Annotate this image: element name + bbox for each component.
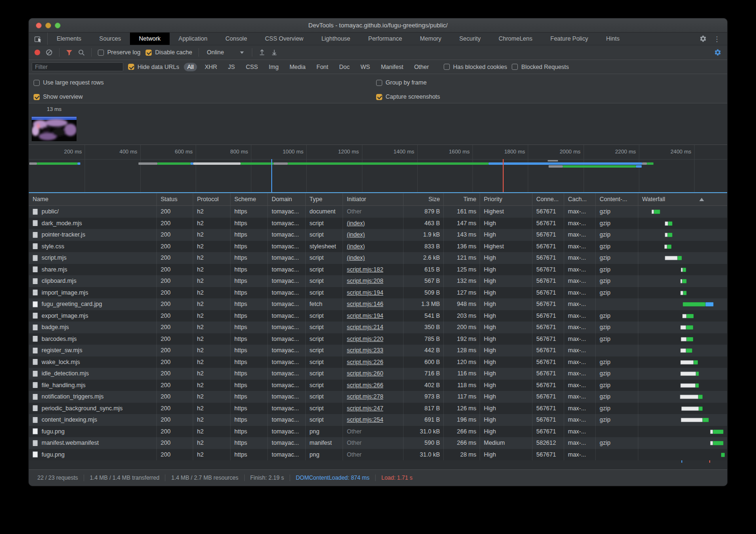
request-row-badge-mjs-10[interactable]: badge.mjs200h2httpstomayac...scriptscrip…: [29, 322, 727, 333]
blocked-requests-checkbox-box[interactable]: [512, 64, 518, 70]
request-row-file-handling-mjs-15[interactable]: file_handling.mjs200h2httpstomayac...scr…: [29, 380, 727, 391]
filter-type-all[interactable]: All: [184, 63, 197, 71]
show-overview-checkbox[interactable]: Show overview: [34, 93, 83, 100]
tab-css-overview[interactable]: CSS Overview: [256, 33, 312, 45]
group-by-frame-box[interactable]: [376, 80, 382, 86]
initiator-link[interactable]: script.mjs:233: [347, 347, 383, 354]
column-header-time[interactable]: Time: [444, 193, 480, 205]
request-row-fugu-png-21[interactable]: fugu.png200h2httpstomayac...pngOther31.0…: [29, 449, 727, 461]
capture-screenshots-checkbox[interactable]: Capture screenshots: [376, 93, 440, 100]
filter-funnel-icon[interactable]: [66, 49, 73, 56]
column-header-waterfall[interactable]: Waterfall: [638, 193, 727, 205]
search-icon[interactable]: [78, 49, 85, 56]
tab-application[interactable]: Application: [170, 33, 216, 45]
hide-data-urls-checkbox-box[interactable]: [128, 64, 134, 70]
request-row-style-css-3[interactable]: style.css200h2httpstomayac...stylesheet(…: [29, 241, 727, 253]
filter-type-other[interactable]: Other: [411, 63, 432, 71]
use-large-request-rows-checkbox[interactable]: Use large request rows: [34, 79, 104, 86]
blocked-requests-checkbox[interactable]: Blocked Requests: [512, 64, 569, 70]
filter-type-media[interactable]: Media: [286, 63, 309, 71]
request-row-wake-lock-mjs-13[interactable]: wake_lock.mjs200h2httpstomayac...scripts…: [29, 356, 727, 368]
request-row-pointer-tracker-js-2[interactable]: pointer-tracker.js200h2httpstomayac...sc…: [29, 229, 727, 241]
column-header-protocol[interactable]: Protocol: [193, 193, 231, 205]
network-settings-gear-icon[interactable]: [714, 49, 722, 56]
request-row-manifest-webmanifest-20[interactable]: manifest.webmanifest200h2httpstomayac...…: [29, 437, 727, 449]
initiator-link[interactable]: script.mjs:194: [347, 313, 383, 319]
initiator-link[interactable]: script.mjs:182: [347, 266, 383, 273]
request-row-content-indexing-mjs-18[interactable]: content_indexing.mjs200h2httpstomayac...…: [29, 414, 727, 426]
has-blocked-cookies-checkbox[interactable]: Has blocked cookies: [444, 64, 507, 70]
initiator-link[interactable]: script.mjs:278: [347, 393, 383, 400]
initiator-link[interactable]: script.mjs:260: [347, 370, 383, 377]
tab-lighthouse[interactable]: Lighthouse: [312, 33, 359, 45]
network-overview-timeline[interactable]: 200 ms400 ms600 ms800 ms1000 ms1200 ms14…: [29, 145, 727, 192]
use-large-request-rows-box[interactable]: [34, 80, 40, 86]
hide-data-urls-checkbox[interactable]: Hide data URLs: [128, 64, 179, 70]
filter-type-manifest[interactable]: Manifest: [378, 63, 406, 71]
initiator-link[interactable]: (index): [347, 243, 365, 250]
initiator-link[interactable]: script.mjs:214: [347, 324, 383, 331]
request-row-export-image-mjs-9[interactable]: export_image.mjs200h2httpstomayac...scri…: [29, 310, 727, 322]
request-row-barcodes-mjs-11[interactable]: barcodes.mjs200h2httpstomayac...scriptsc…: [29, 333, 727, 345]
filter-type-font[interactable]: Font: [313, 63, 332, 71]
column-header-size[interactable]: Size: [404, 193, 444, 205]
request-row-share-mjs-5[interactable]: share.mjs200h2httpstomayac...scriptscrip…: [29, 264, 727, 276]
request-row-idle-detection-mjs-14[interactable]: idle_detection.mjs200h2httpstomayac...sc…: [29, 368, 727, 380]
export-har-icon[interactable]: [271, 49, 278, 56]
fullscreen-window-button[interactable]: [55, 23, 60, 28]
filter-type-ws[interactable]: WS: [357, 63, 373, 71]
tab-network[interactable]: Network: [130, 33, 170, 45]
request-row-script-mjs-4[interactable]: script.mjs200h2httpstomayac...script(ind…: [29, 252, 727, 264]
close-window-button[interactable]: [36, 23, 42, 28]
column-header-cach[interactable]: Cach...: [564, 193, 596, 205]
initiator-link[interactable]: script.mjs:247: [347, 405, 383, 412]
tab-feature-policy[interactable]: Feature Policy: [541, 33, 597, 45]
inspect-element-button[interactable]: [29, 33, 48, 45]
more-options-kebab-icon[interactable]: ⋮: [713, 35, 721, 42]
preserve-log-checkbox[interactable]: Preserve log: [98, 49, 140, 56]
disable-cache-checkbox[interactable]: Disable cache: [146, 49, 192, 56]
column-header-type[interactable]: Type: [306, 193, 343, 205]
initiator-link[interactable]: script.mjs:220: [347, 336, 383, 342]
filter-type-css[interactable]: CSS: [242, 63, 261, 71]
initiator-link[interactable]: (index): [347, 231, 365, 238]
column-header-conne[interactable]: Conne...: [533, 193, 564, 205]
tab-sources[interactable]: Sources: [90, 33, 130, 45]
has-blocked-cookies-checkbox-box[interactable]: [444, 64, 450, 70]
tab-chromelens[interactable]: ChromeLens: [490, 33, 541, 45]
tab-console[interactable]: Console: [216, 33, 256, 45]
disable-cache-checkbox-box[interactable]: [146, 50, 152, 56]
initiator-link[interactable]: script.mjs:254: [347, 416, 383, 423]
preserve-log-checkbox-box[interactable]: [98, 50, 104, 56]
throttling-dropdown[interactable]: Online: [205, 49, 246, 56]
initiator-link[interactable]: script.mjs:194: [347, 289, 383, 296]
column-header-content[interactable]: Content-...: [596, 193, 638, 205]
screenshot-thumbnail[interactable]: [32, 117, 77, 141]
column-header-name[interactable]: Name: [29, 193, 157, 205]
group-by-frame-checkbox[interactable]: Group by frame: [376, 79, 427, 86]
initiator-link[interactable]: script.mjs:266: [347, 382, 383, 389]
filter-input[interactable]: [32, 62, 123, 71]
request-row-fugu-png-19[interactable]: fugu.png200h2httpstomayac...pngOther31.0…: [29, 426, 727, 438]
filter-type-doc[interactable]: Doc: [336, 63, 353, 71]
request-row-fugu-greeting-card-jpg-8[interactable]: fugu_greeting_card.jpg200h2httpstomayac.…: [29, 298, 727, 310]
tab-elements[interactable]: Elements: [48, 33, 90, 45]
filter-type-js[interactable]: JS: [225, 63, 239, 71]
clear-network-log-icon[interactable]: [45, 49, 53, 56]
initiator-link[interactable]: (index): [347, 220, 365, 227]
filter-type-img[interactable]: Img: [266, 63, 282, 71]
request-row-notification-triggers-mjs-16[interactable]: notification_triggers.mjs200h2httpstomay…: [29, 391, 727, 403]
filter-type-xhr[interactable]: XHR: [201, 63, 220, 71]
tab-security[interactable]: Security: [450, 33, 490, 45]
request-row-periodic-background-sync-mjs-17[interactable]: periodic_background_sync.mjs200h2httpsto…: [29, 403, 727, 415]
record-network-log-button[interactable]: [34, 50, 40, 55]
column-header-initiator[interactable]: Initiator: [343, 193, 404, 205]
initiator-link[interactable]: script.mjs:226: [347, 359, 383, 365]
column-header-status[interactable]: Status: [157, 193, 193, 205]
column-header-domain[interactable]: Domain: [268, 193, 306, 205]
tab-memory[interactable]: Memory: [411, 33, 450, 45]
request-row-clipboard-mjs-6[interactable]: clipboard.mjs200h2httpstomayac...scripts…: [29, 275, 727, 287]
tab-performance[interactable]: Performance: [359, 33, 411, 45]
column-header-scheme[interactable]: Scheme: [231, 193, 268, 205]
initiator-link[interactable]: script.mjs:146: [347, 301, 383, 307]
